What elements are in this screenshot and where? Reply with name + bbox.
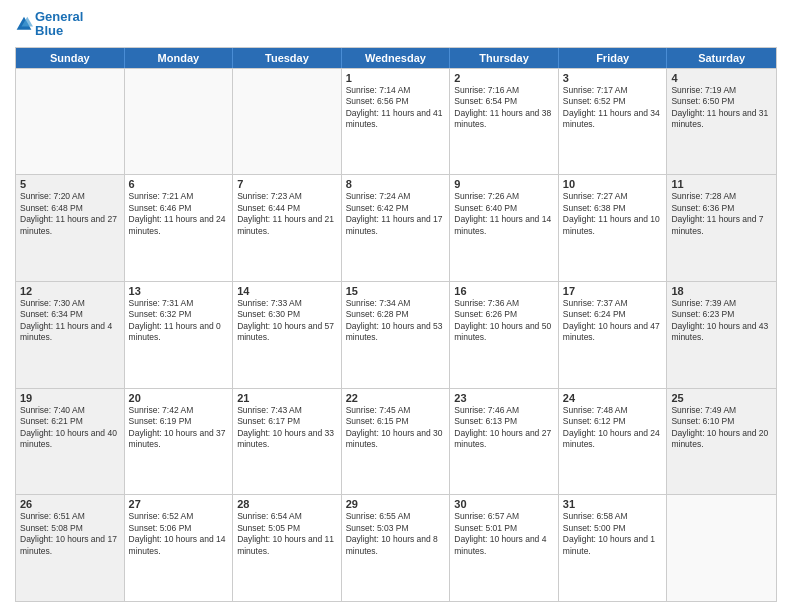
calendar-day-25: 25Sunrise: 7:49 AM Sunset: 6:10 PM Dayli…	[667, 389, 776, 495]
calendar-day-3: 3Sunrise: 7:17 AM Sunset: 6:52 PM Daylig…	[559, 69, 668, 175]
page: General Blue SundayMondayTuesdayWednesda…	[0, 0, 792, 612]
day-info: Sunrise: 7:48 AM Sunset: 6:12 PM Dayligh…	[563, 405, 663, 451]
calendar-day-24: 24Sunrise: 7:48 AM Sunset: 6:12 PM Dayli…	[559, 389, 668, 495]
calendar-row-2: 5Sunrise: 7:20 AM Sunset: 6:48 PM Daylig…	[16, 174, 776, 281]
calendar-day-22: 22Sunrise: 7:45 AM Sunset: 6:15 PM Dayli…	[342, 389, 451, 495]
header-day-wednesday: Wednesday	[342, 48, 451, 68]
logo-icon	[15, 15, 33, 33]
calendar-day-26: 26Sunrise: 6:51 AM Sunset: 5:08 PM Dayli…	[16, 495, 125, 601]
calendar-header: SundayMondayTuesdayWednesdayThursdayFrid…	[16, 48, 776, 68]
header-day-thursday: Thursday	[450, 48, 559, 68]
calendar-empty	[125, 69, 234, 175]
day-number: 8	[346, 178, 446, 190]
day-info: Sunrise: 7:17 AM Sunset: 6:52 PM Dayligh…	[563, 85, 663, 131]
day-info: Sunrise: 6:54 AM Sunset: 5:05 PM Dayligh…	[237, 511, 337, 557]
day-info: Sunrise: 7:46 AM Sunset: 6:13 PM Dayligh…	[454, 405, 554, 451]
day-number: 3	[563, 72, 663, 84]
day-info: Sunrise: 7:28 AM Sunset: 6:36 PM Dayligh…	[671, 191, 772, 237]
day-number: 27	[129, 498, 229, 510]
logo-text: General Blue	[35, 10, 83, 39]
day-number: 11	[671, 178, 772, 190]
day-info: Sunrise: 7:43 AM Sunset: 6:17 PM Dayligh…	[237, 405, 337, 451]
calendar-day-17: 17Sunrise: 7:37 AM Sunset: 6:24 PM Dayli…	[559, 282, 668, 388]
day-number: 1	[346, 72, 446, 84]
day-number: 28	[237, 498, 337, 510]
day-info: Sunrise: 7:40 AM Sunset: 6:21 PM Dayligh…	[20, 405, 120, 451]
day-info: Sunrise: 6:51 AM Sunset: 5:08 PM Dayligh…	[20, 511, 120, 557]
day-info: Sunrise: 7:34 AM Sunset: 6:28 PM Dayligh…	[346, 298, 446, 344]
day-info: Sunrise: 7:33 AM Sunset: 6:30 PM Dayligh…	[237, 298, 337, 344]
calendar-day-20: 20Sunrise: 7:42 AM Sunset: 6:19 PM Dayli…	[125, 389, 234, 495]
day-number: 19	[20, 392, 120, 404]
day-number: 18	[671, 285, 772, 297]
calendar-empty	[667, 495, 776, 601]
day-info: Sunrise: 7:21 AM Sunset: 6:46 PM Dayligh…	[129, 191, 229, 237]
calendar-day-12: 12Sunrise: 7:30 AM Sunset: 6:34 PM Dayli…	[16, 282, 125, 388]
calendar-empty	[16, 69, 125, 175]
day-number: 24	[563, 392, 663, 404]
day-info: Sunrise: 7:24 AM Sunset: 6:42 PM Dayligh…	[346, 191, 446, 237]
day-info: Sunrise: 7:45 AM Sunset: 6:15 PM Dayligh…	[346, 405, 446, 451]
day-info: Sunrise: 7:14 AM Sunset: 6:56 PM Dayligh…	[346, 85, 446, 131]
calendar-day-31: 31Sunrise: 6:58 AM Sunset: 5:00 PM Dayli…	[559, 495, 668, 601]
day-info: Sunrise: 7:23 AM Sunset: 6:44 PM Dayligh…	[237, 191, 337, 237]
day-info: Sunrise: 7:31 AM Sunset: 6:32 PM Dayligh…	[129, 298, 229, 344]
day-info: Sunrise: 7:27 AM Sunset: 6:38 PM Dayligh…	[563, 191, 663, 237]
day-number: 21	[237, 392, 337, 404]
calendar-day-4: 4Sunrise: 7:19 AM Sunset: 6:50 PM Daylig…	[667, 69, 776, 175]
header-day-monday: Monday	[125, 48, 234, 68]
day-number: 14	[237, 285, 337, 297]
day-number: 6	[129, 178, 229, 190]
day-number: 5	[20, 178, 120, 190]
calendar-day-13: 13Sunrise: 7:31 AM Sunset: 6:32 PM Dayli…	[125, 282, 234, 388]
day-number: 25	[671, 392, 772, 404]
day-info: Sunrise: 7:20 AM Sunset: 6:48 PM Dayligh…	[20, 191, 120, 237]
day-number: 31	[563, 498, 663, 510]
day-info: Sunrise: 7:16 AM Sunset: 6:54 PM Dayligh…	[454, 85, 554, 131]
day-info: Sunrise: 7:39 AM Sunset: 6:23 PM Dayligh…	[671, 298, 772, 344]
day-number: 7	[237, 178, 337, 190]
calendar-row-4: 19Sunrise: 7:40 AM Sunset: 6:21 PM Dayli…	[16, 388, 776, 495]
calendar-day-18: 18Sunrise: 7:39 AM Sunset: 6:23 PM Dayli…	[667, 282, 776, 388]
day-number: 2	[454, 72, 554, 84]
calendar-day-2: 2Sunrise: 7:16 AM Sunset: 6:54 PM Daylig…	[450, 69, 559, 175]
day-info: Sunrise: 7:49 AM Sunset: 6:10 PM Dayligh…	[671, 405, 772, 451]
calendar-row-5: 26Sunrise: 6:51 AM Sunset: 5:08 PM Dayli…	[16, 494, 776, 601]
day-number: 29	[346, 498, 446, 510]
day-number: 13	[129, 285, 229, 297]
header: General Blue	[15, 10, 777, 39]
calendar-day-19: 19Sunrise: 7:40 AM Sunset: 6:21 PM Dayli…	[16, 389, 125, 495]
day-info: Sunrise: 7:26 AM Sunset: 6:40 PM Dayligh…	[454, 191, 554, 237]
day-number: 22	[346, 392, 446, 404]
calendar-day-6: 6Sunrise: 7:21 AM Sunset: 6:46 PM Daylig…	[125, 175, 234, 281]
day-info: Sunrise: 7:37 AM Sunset: 6:24 PM Dayligh…	[563, 298, 663, 344]
calendar-row-1: 1Sunrise: 7:14 AM Sunset: 6:56 PM Daylig…	[16, 68, 776, 175]
header-day-sunday: Sunday	[16, 48, 125, 68]
calendar-day-27: 27Sunrise: 6:52 AM Sunset: 5:06 PM Dayli…	[125, 495, 234, 601]
day-info: Sunrise: 6:57 AM Sunset: 5:01 PM Dayligh…	[454, 511, 554, 557]
calendar-day-23: 23Sunrise: 7:46 AM Sunset: 6:13 PM Dayli…	[450, 389, 559, 495]
header-day-tuesday: Tuesday	[233, 48, 342, 68]
calendar-day-21: 21Sunrise: 7:43 AM Sunset: 6:17 PM Dayli…	[233, 389, 342, 495]
header-day-saturday: Saturday	[667, 48, 776, 68]
day-number: 10	[563, 178, 663, 190]
calendar-day-5: 5Sunrise: 7:20 AM Sunset: 6:48 PM Daylig…	[16, 175, 125, 281]
calendar-day-11: 11Sunrise: 7:28 AM Sunset: 6:36 PM Dayli…	[667, 175, 776, 281]
day-info: Sunrise: 7:42 AM Sunset: 6:19 PM Dayligh…	[129, 405, 229, 451]
calendar-empty	[233, 69, 342, 175]
day-info: Sunrise: 6:52 AM Sunset: 5:06 PM Dayligh…	[129, 511, 229, 557]
day-number: 20	[129, 392, 229, 404]
day-number: 17	[563, 285, 663, 297]
day-info: Sunrise: 6:58 AM Sunset: 5:00 PM Dayligh…	[563, 511, 663, 557]
calendar-day-14: 14Sunrise: 7:33 AM Sunset: 6:30 PM Dayli…	[233, 282, 342, 388]
day-number: 9	[454, 178, 554, 190]
day-info: Sunrise: 7:19 AM Sunset: 6:50 PM Dayligh…	[671, 85, 772, 131]
day-info: Sunrise: 6:55 AM Sunset: 5:03 PM Dayligh…	[346, 511, 446, 557]
day-number: 12	[20, 285, 120, 297]
day-number: 16	[454, 285, 554, 297]
calendar-day-8: 8Sunrise: 7:24 AM Sunset: 6:42 PM Daylig…	[342, 175, 451, 281]
day-number: 26	[20, 498, 120, 510]
day-number: 30	[454, 498, 554, 510]
calendar-body: 1Sunrise: 7:14 AM Sunset: 6:56 PM Daylig…	[16, 68, 776, 601]
calendar-day-9: 9Sunrise: 7:26 AM Sunset: 6:40 PM Daylig…	[450, 175, 559, 281]
